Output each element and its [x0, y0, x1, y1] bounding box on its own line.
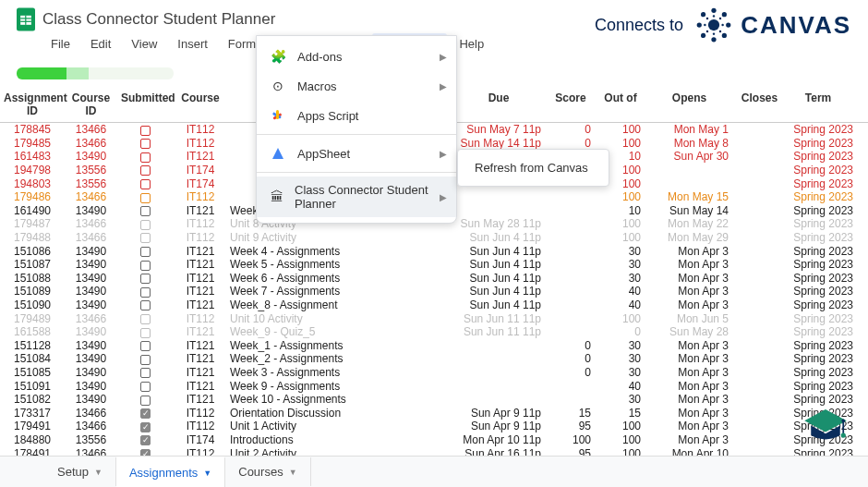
cell-cid[interactable]: 13490	[65, 204, 117, 217]
cell-term[interactable]: Spring 2023	[785, 298, 859, 311]
cell-opens[interactable]: Mon May 8	[646, 137, 734, 150]
header-assignment-id[interactable]: Assignment ID	[0, 87, 65, 122]
checkbox-icon[interactable]	[140, 328, 151, 338]
cell-course[interactable]: IT112	[173, 407, 228, 420]
cell-opens[interactable]: Mon Apr 3	[646, 298, 734, 311]
cell-aid[interactable]: 161588	[0, 325, 65, 338]
checkbox-icon[interactable]	[140, 300, 151, 310]
cell-due[interactable]: Sun Jun 4 11p	[454, 298, 547, 311]
cell-submitted[interactable]	[117, 433, 173, 446]
cell-term[interactable]: Spring 2023	[785, 190, 859, 203]
cell-opens[interactable]: Sun May 28	[646, 325, 734, 338]
cell-assignment-name[interactable]: Week 10 - Assignments	[228, 393, 454, 406]
submenu-refresh[interactable]: Refresh from Canvas	[458, 154, 609, 181]
cell-cid[interactable]: 13490	[65, 325, 117, 338]
cell-aid[interactable]: 151088	[0, 272, 65, 285]
cell-cid[interactable]: 13490	[65, 285, 117, 298]
header-opens[interactable]: Opens	[646, 87, 734, 122]
cell-opens[interactable]: Mon Apr 3	[646, 393, 734, 406]
cell-aid[interactable]: 151082	[0, 393, 65, 406]
cell-aid[interactable]: 179486	[0, 190, 65, 203]
cell-aid[interactable]: 151084	[0, 352, 65, 365]
table-row[interactable]: 17948913466IT112Unit 10 ActivitySun Jun …	[0, 311, 868, 325]
cell-cid[interactable]: 13466	[65, 231, 117, 244]
cell-opens[interactable]: Mon May 1	[646, 123, 734, 136]
cell-course[interactable]: IT112	[173, 137, 228, 150]
cell-term[interactable]: Spring 2023	[785, 177, 859, 190]
menu-insert[interactable]: Insert	[169, 33, 216, 55]
tab-assignments[interactable]: Assignments ▼	[116, 457, 225, 487]
cell-aid[interactable]: 194803	[0, 177, 65, 190]
cell-due[interactable]: Sun Apr 9 11p	[454, 407, 547, 420]
cell-term[interactable]: Spring 2023	[785, 217, 859, 230]
table-row[interactable]: 17948813466IT112Unit 9 ActivitySun Jun 4…	[0, 231, 868, 245]
cell-term[interactable]: Spring 2023	[785, 366, 859, 379]
cell-term[interactable]: Spring 2023	[785, 245, 859, 258]
cell-term[interactable]: Spring 2023	[785, 204, 859, 217]
cell-course[interactable]: IT112	[173, 190, 228, 203]
cell-score[interactable]: 0	[547, 137, 597, 150]
cell-submitted[interactable]	[117, 312, 173, 325]
table-row[interactable]: 15108513490IT121Week 3 - Assignments030M…	[0, 366, 868, 380]
cell-course[interactable]: IT121	[173, 366, 228, 379]
header-closes[interactable]: Closes	[734, 87, 785, 122]
cell-course[interactable]: IT121	[173, 325, 228, 338]
cell-outof[interactable]: 100	[597, 137, 646, 150]
cell-assignment-name[interactable]: Introductions	[228, 433, 454, 446]
cell-cid[interactable]: 13490	[65, 352, 117, 365]
cell-term[interactable]: Spring 2023	[785, 150, 859, 163]
cell-aid[interactable]: 151085	[0, 366, 65, 379]
cell-assignment-name[interactable]: Week_9 - Quiz_5	[228, 325, 454, 338]
cell-due[interactable]: Sun Jun 4 11p	[454, 231, 547, 244]
cell-aid[interactable]: 151087	[0, 258, 65, 271]
cell-outof[interactable]: 40	[597, 285, 646, 298]
cell-opens[interactable]: Sun Apr 30	[646, 150, 734, 163]
cell-course[interactable]: IT112	[173, 123, 228, 136]
checkbox-icon[interactable]	[140, 139, 151, 149]
tab-courses[interactable]: Courses ▼	[225, 457, 310, 486]
cell-score[interactable]: 0	[547, 352, 597, 365]
cell-submitted[interactable]	[117, 380, 173, 393]
checkbox-icon[interactable]	[140, 220, 151, 230]
cell-aid[interactable]: 151089	[0, 285, 65, 298]
cell-cid[interactable]: 13490	[65, 380, 117, 393]
cell-outof[interactable]: 100	[597, 123, 646, 136]
cell-term[interactable]: Spring 2023	[785, 285, 859, 298]
header-term[interactable]: Term	[785, 87, 859, 122]
cell-opens[interactable]: Mon May 29	[646, 231, 734, 244]
cell-outof[interactable]: 40	[597, 298, 646, 311]
cell-aid[interactable]: 173317	[0, 407, 65, 420]
cell-term[interactable]: Spring 2023	[785, 258, 859, 271]
cell-opens[interactable]: Mon May 22	[646, 217, 734, 230]
cell-course[interactable]: IT121	[173, 245, 228, 258]
cell-submitted[interactable]	[117, 245, 173, 258]
cell-cid[interactable]: 13490	[65, 272, 117, 285]
cell-aid[interactable]: 151090	[0, 298, 65, 311]
cell-due[interactable]: Sun Jun 11 11p	[454, 325, 547, 338]
cell-term[interactable]: Spring 2023	[785, 380, 859, 393]
cell-outof[interactable]: 100	[597, 433, 646, 446]
cell-course[interactable]: IT121	[173, 352, 228, 365]
cell-submitted[interactable]	[117, 204, 173, 217]
cell-submitted[interactable]	[117, 366, 173, 379]
cell-submitted[interactable]	[117, 150, 173, 163]
cell-score[interactable]: 0	[547, 123, 597, 136]
cell-outof[interactable]: 30	[597, 245, 646, 258]
checkbox-icon[interactable]	[140, 355, 151, 365]
cell-course[interactable]: IT121	[173, 339, 228, 352]
table-row[interactable]: 17331713466IT112Orientation DiscussionSu…	[0, 406, 868, 420]
menu-view[interactable]: View	[123, 33, 165, 55]
cell-submitted[interactable]	[117, 217, 173, 230]
cell-cid[interactable]: 13466	[65, 137, 117, 150]
cell-cid[interactable]: 13466	[65, 420, 117, 432]
cell-opens[interactable]: Mon Apr 3	[646, 245, 734, 258]
table-row[interactable]: 18488013556IT174IntroductionsMon Apr 10 …	[0, 433, 868, 447]
header-score[interactable]: Score	[547, 87, 597, 122]
cell-submitted[interactable]	[117, 352, 173, 365]
cell-opens[interactable]: Mon Apr 3	[646, 258, 734, 271]
cell-outof[interactable]: 100	[597, 190, 646, 203]
cell-assignment-name[interactable]: Orientation Discussion	[228, 407, 454, 420]
cell-outof[interactable]: 15	[597, 407, 646, 420]
checkbox-icon[interactable]	[140, 274, 151, 284]
dropdown-apps-script[interactable]: Apps Script	[257, 101, 456, 130]
